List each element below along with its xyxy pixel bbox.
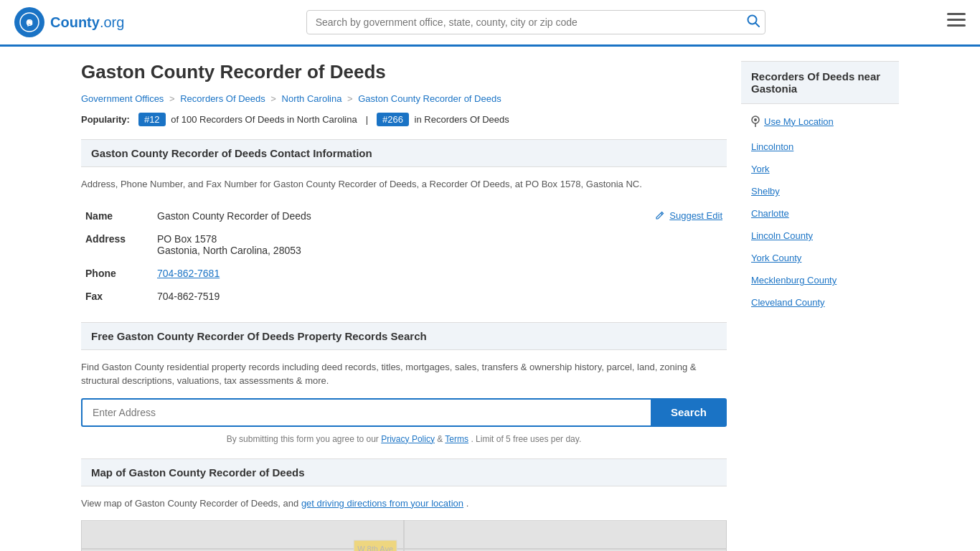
address-input[interactable] [81,398,651,427]
sidebar: Recorders Of Deeds near Gastonia Use My … [741,61,899,551]
table-row: Phone 704-862-7681 [81,262,727,285]
sidebar-item-mecklenburg-county[interactable]: Mecklenburg County [741,269,899,291]
sidebar-item-lincoln-county[interactable]: Lincoln County [741,225,899,247]
fax-label: Fax [81,285,153,308]
search-submit-button[interactable]: Search [651,398,727,427]
svg-rect-7 [947,19,966,21]
property-search-description: Find Gaston County residential property … [81,360,727,388]
sidebar-item-york[interactable]: York [741,158,899,180]
logo-text: County.org [50,14,124,31]
breadcrumb-north-carolina[interactable]: North Carolina [282,93,342,104]
sidebar-item-shelby[interactable]: Shelby [741,180,899,202]
phone-link[interactable]: 704-862-7681 [157,268,220,279]
hamburger-menu-icon[interactable] [947,13,966,32]
popularity-rank-nc: #12 of 100 Recorders Of Deeds in North C… [138,114,357,125]
suggest-edit-button[interactable]: Suggest Edit [655,210,722,221]
table-row: Address PO Box 1578 Gastonia, North Caro… [81,227,727,262]
name-value: Gaston County Recorder of Deeds Suggest … [153,204,727,227]
sidebar-item-york-county[interactable]: York County [741,247,899,269]
header-search-area [306,10,765,34]
page-title: Gaston County Recorder of Deeds [81,61,727,83]
popularity-rank-all: #266 in Recorders Of Deeds [377,114,509,125]
sidebar-item-cleveland-county[interactable]: Cleveland County [741,291,899,314]
privacy-policy-link[interactable]: Privacy Policy [381,434,435,444]
site-header: C ⚑ County.org [0,0,980,47]
svg-line-9 [661,213,662,215]
use-my-location-button[interactable]: Use My Location [741,111,899,131]
terms-link[interactable]: Terms [445,434,468,444]
fax-value: 704-862-7519 [153,285,727,308]
header-search-input[interactable] [306,10,765,34]
popularity-divider: | [366,114,368,125]
table-row: Name Gaston County Recorder of Deeds Sug… [81,204,727,227]
sidebar-item-charlotte[interactable]: Charlotte [741,202,899,225]
phone-value: 704-862-7681 [153,262,727,285]
phone-label: Phone [81,262,153,285]
map-placeholder: W 8th Ave [81,520,727,551]
address-label: Address [81,227,153,262]
svg-rect-6 [947,13,966,15]
breadcrumb-government-offices[interactable]: Government Offices [81,93,164,104]
sidebar-title: Recorders Of Deeds near Gastonia [741,61,899,104]
address-value: PO Box 1578 Gastonia, North Carolina, 28… [153,227,727,262]
popularity-bar: Popularity: #12 of 100 Recorders Of Deed… [81,114,727,125]
svg-text:W 8th Ave: W 8th Ave [357,545,393,551]
logo-area: C ⚑ County.org [14,7,124,37]
contact-info-table: Name Gaston County Recorder of Deeds Sug… [81,204,727,308]
contact-section-header: Gaston County Recorder of Deeds Contact … [81,139,727,167]
property-search-form: Search [81,398,727,427]
logo-icon: C ⚑ [14,7,44,37]
table-row: Fax 704-862-7519 [81,285,727,308]
svg-point-16 [754,118,757,121]
breadcrumb: Government Offices > Recorders Of Deeds … [81,93,727,104]
driving-directions-link[interactable]: get driving directions from your locatio… [301,498,463,509]
breadcrumb-recorders[interactable]: Recorders Of Deeds [180,93,265,104]
property-search-header: Free Gaston County Recorder Of Deeds Pro… [81,322,727,350]
form-note: By submitting this form you agree to our… [81,434,727,444]
svg-line-5 [755,23,759,27]
contact-description: Address, Phone Number, and Fax Number fo… [81,177,727,192]
sidebar-item-lincolnton[interactable]: Lincolnton [741,136,899,158]
map-section-header: Map of Gaston County Recorder of Deeds [81,458,727,486]
svg-rect-8 [947,24,966,27]
popularity-label: Popularity: [81,114,130,125]
main-container: Gaston County Recorder of Deeds Governme… [67,47,913,551]
header-search-button[interactable] [747,14,760,31]
main-content: Gaston County Recorder of Deeds Governme… [81,61,727,551]
breadcrumb-current[interactable]: Gaston County Recorder of Deeds [358,93,501,104]
name-label: Name [81,204,153,227]
svg-text:⚑: ⚑ [26,19,34,29]
map-description: View map of Gaston County Recorder of De… [81,496,727,511]
